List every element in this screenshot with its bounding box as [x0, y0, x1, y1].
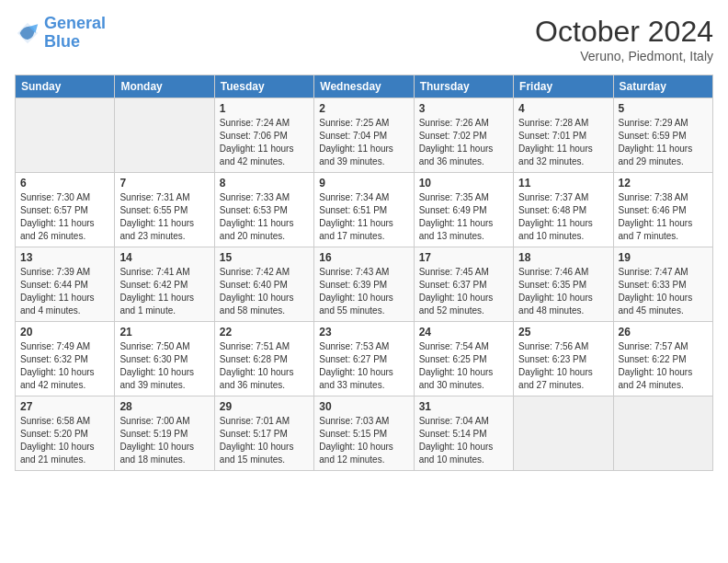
cell-info: Sunrise: 7:54 AMSunset: 6:25 PMDaylight:… — [419, 340, 508, 392]
day-number: 10 — [419, 177, 508, 190]
calendar-week-2: 6 Sunrise: 7:30 AMSunset: 6:57 PMDayligh… — [16, 173, 713, 247]
cell-info: Sunrise: 7:01 AMSunset: 5:17 PMDaylight:… — [220, 415, 309, 466]
day-number: 15 — [220, 251, 309, 264]
calendar-cell: 23 Sunrise: 7:53 AMSunset: 6:27 PMDaylig… — [314, 322, 414, 396]
day-number: 22 — [220, 326, 309, 339]
column-header-friday: Friday — [514, 75, 613, 98]
day-number: 17 — [419, 251, 508, 264]
cell-info: Sunrise: 7:49 AMSunset: 6:32 PMDaylight:… — [20, 340, 109, 392]
calendar-cell: 17 Sunrise: 7:45 AMSunset: 6:37 PMDaylig… — [414, 247, 513, 322]
title-block: October 2024 Veruno, Piedmont, Italy — [535, 15, 713, 63]
column-header-wednesday: Wednesday — [314, 75, 414, 98]
calendar-cell — [115, 98, 214, 173]
cell-info: Sunrise: 7:53 AMSunset: 6:27 PMDaylight:… — [319, 340, 408, 392]
column-header-saturday: Saturday — [613, 75, 712, 98]
cell-info: Sunrise: 7:56 AMSunset: 6:23 PMDaylight:… — [518, 340, 608, 392]
cell-info: Sunrise: 7:37 AMSunset: 6:48 PMDaylight:… — [518, 191, 608, 243]
day-number: 6 — [20, 177, 109, 190]
calendar-cell: 15 Sunrise: 7:42 AMSunset: 6:40 PMDaylig… — [214, 247, 313, 322]
day-number: 26 — [619, 326, 708, 339]
day-number: 5 — [619, 102, 708, 115]
day-number: 24 — [419, 326, 508, 339]
cell-info: Sunrise: 7:24 AMSunset: 7:06 PMDaylight:… — [220, 117, 309, 168]
location-subtitle: Veruno, Piedmont, Italy — [535, 49, 713, 63]
cell-info: Sunrise: 7:33 AMSunset: 6:53 PMDaylight:… — [220, 191, 309, 243]
day-number: 28 — [119, 400, 209, 413]
calendar-cell: 4 Sunrise: 7:28 AMSunset: 7:01 PMDayligh… — [514, 98, 613, 173]
calendar-cell: 22 Sunrise: 7:51 AMSunset: 6:28 PMDaylig… — [214, 322, 313, 396]
calendar-cell — [514, 396, 613, 471]
cell-info: Sunrise: 7:47 AMSunset: 6:33 PMDaylight:… — [619, 266, 708, 317]
cell-info: Sunrise: 7:34 AMSunset: 6:51 PMDaylight:… — [319, 191, 408, 243]
calendar-cell: 3 Sunrise: 7:26 AMSunset: 7:02 PMDayligh… — [414, 98, 513, 173]
cell-info: Sunrise: 7:03 AMSunset: 5:15 PMDaylight:… — [319, 415, 408, 466]
column-header-tuesday: Tuesday — [214, 75, 313, 98]
day-number: 7 — [119, 177, 209, 190]
calendar-cell — [16, 98, 115, 173]
calendar-header-row: SundayMondayTuesdayWednesdayThursdayFrid… — [16, 75, 713, 98]
day-number: 30 — [319, 400, 408, 413]
calendar-cell: 6 Sunrise: 7:30 AMSunset: 6:57 PMDayligh… — [16, 173, 115, 247]
day-number: 20 — [20, 326, 109, 339]
page-header: General Blue October 2024 Veruno, Piedmo… — [15, 15, 713, 63]
calendar-table: SundayMondayTuesdayWednesdayThursdayFrid… — [15, 75, 713, 471]
cell-info: Sunrise: 7:51 AMSunset: 6:28 PMDaylight:… — [220, 340, 309, 392]
calendar-cell: 27 Sunrise: 6:58 AMSunset: 5:20 PMDaylig… — [16, 396, 115, 471]
cell-info: Sunrise: 7:46 AMSunset: 6:35 PMDaylight:… — [518, 266, 608, 317]
cell-info: Sunrise: 7:00 AMSunset: 5:19 PMDaylight:… — [119, 415, 209, 466]
calendar-cell: 26 Sunrise: 7:57 AMSunset: 6:22 PMDaylig… — [613, 322, 712, 396]
day-number: 18 — [518, 251, 608, 264]
calendar-cell: 24 Sunrise: 7:54 AMSunset: 6:25 PMDaylig… — [414, 322, 513, 396]
calendar-cell: 11 Sunrise: 7:37 AMSunset: 6:48 PMDaylig… — [514, 173, 613, 247]
day-number: 25 — [518, 326, 608, 339]
calendar-cell: 25 Sunrise: 7:56 AMSunset: 6:23 PMDaylig… — [514, 322, 613, 396]
cell-info: Sunrise: 7:29 AMSunset: 6:59 PMDaylight:… — [619, 117, 708, 168]
calendar-cell: 31 Sunrise: 7:04 AMSunset: 5:14 PMDaylig… — [414, 396, 513, 471]
calendar-cell: 14 Sunrise: 7:41 AMSunset: 6:42 PMDaylig… — [115, 247, 214, 322]
calendar-cell: 8 Sunrise: 7:33 AMSunset: 6:53 PMDayligh… — [214, 173, 313, 247]
day-number: 31 — [419, 400, 508, 413]
calendar-cell: 30 Sunrise: 7:03 AMSunset: 5:15 PMDaylig… — [314, 396, 414, 471]
calendar-cell: 7 Sunrise: 7:31 AMSunset: 6:55 PMDayligh… — [115, 173, 214, 247]
day-number: 27 — [20, 400, 109, 413]
cell-info: Sunrise: 7:31 AMSunset: 6:55 PMDaylight:… — [119, 191, 209, 243]
column-header-sunday: Sunday — [16, 75, 115, 98]
calendar-cell: 16 Sunrise: 7:43 AMSunset: 6:39 PMDaylig… — [314, 247, 414, 322]
day-number: 3 — [419, 102, 508, 115]
calendar-cell: 10 Sunrise: 7:35 AMSunset: 6:49 PMDaylig… — [414, 173, 513, 247]
day-number: 1 — [220, 102, 309, 115]
logo-text: General Blue — [44, 15, 106, 52]
day-number: 8 — [220, 177, 309, 190]
cell-info: Sunrise: 7:57 AMSunset: 6:22 PMDaylight:… — [619, 340, 708, 392]
cell-info: Sunrise: 7:26 AMSunset: 7:02 PMDaylight:… — [419, 117, 508, 168]
calendar-cell: 28 Sunrise: 7:00 AMSunset: 5:19 PMDaylig… — [115, 396, 214, 471]
day-number: 11 — [518, 177, 608, 190]
logo: General Blue — [15, 15, 106, 52]
column-header-thursday: Thursday — [414, 75, 513, 98]
cell-info: Sunrise: 7:30 AMSunset: 6:57 PMDaylight:… — [20, 191, 109, 243]
calendar-week-4: 20 Sunrise: 7:49 AMSunset: 6:32 PMDaylig… — [16, 322, 713, 396]
logo-blue: Blue — [44, 32, 80, 51]
cell-info: Sunrise: 7:42 AMSunset: 6:40 PMDaylight:… — [220, 266, 309, 317]
cell-info: Sunrise: 7:28 AMSunset: 7:01 PMDaylight:… — [518, 117, 608, 168]
calendar-cell: 29 Sunrise: 7:01 AMSunset: 5:17 PMDaylig… — [214, 396, 313, 471]
day-number: 2 — [319, 102, 408, 115]
cell-info: Sunrise: 7:39 AMSunset: 6:44 PMDaylight:… — [20, 266, 109, 317]
calendar-cell: 1 Sunrise: 7:24 AMSunset: 7:06 PMDayligh… — [214, 98, 313, 173]
calendar-cell: 9 Sunrise: 7:34 AMSunset: 6:51 PMDayligh… — [314, 173, 414, 247]
day-number: 4 — [518, 102, 608, 115]
day-number: 21 — [119, 326, 209, 339]
calendar-cell: 5 Sunrise: 7:29 AMSunset: 6:59 PMDayligh… — [613, 98, 712, 173]
day-number: 14 — [119, 251, 209, 264]
logo-general: General — [44, 14, 106, 32]
day-number: 29 — [220, 400, 309, 413]
column-header-monday: Monday — [115, 75, 214, 98]
calendar-cell: 18 Sunrise: 7:46 AMSunset: 6:35 PMDaylig… — [514, 247, 613, 322]
cell-info: Sunrise: 7:38 AMSunset: 6:46 PMDaylight:… — [619, 191, 708, 243]
day-number: 23 — [319, 326, 408, 339]
day-number: 12 — [619, 177, 708, 190]
cell-info: Sunrise: 7:43 AMSunset: 6:39 PMDaylight:… — [319, 266, 408, 317]
calendar-week-1: 1 Sunrise: 7:24 AMSunset: 7:06 PMDayligh… — [16, 98, 713, 173]
day-number: 9 — [319, 177, 408, 190]
calendar-week-3: 13 Sunrise: 7:39 AMSunset: 6:44 PMDaylig… — [16, 247, 713, 322]
